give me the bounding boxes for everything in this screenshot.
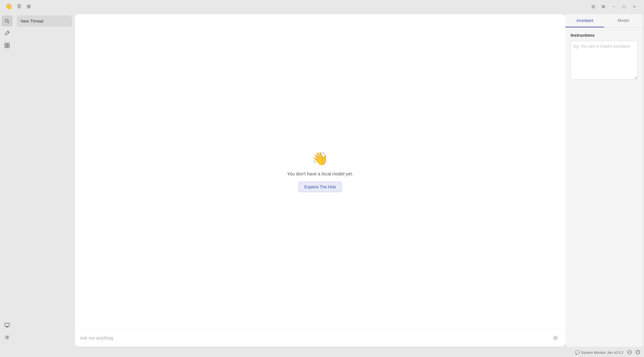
instructions-label: Instructions [571, 33, 638, 38]
thread-sidebar: New Thread [14, 13, 75, 348]
settings-button[interactable]: ⚙ [599, 2, 608, 11]
app-icon: 👋 [5, 3, 12, 10]
svg-point-13 [628, 352, 629, 352]
new-thread-item[interactable]: New Thread [17, 15, 72, 27]
tab-model[interactable]: Model [604, 14, 643, 27]
chat-input[interactable] [80, 335, 548, 341]
empty-state-icon: 👋 [312, 151, 328, 166]
empty-state-text: You don't have a local model yet. [287, 171, 353, 176]
svg-point-10 [6, 337, 8, 338]
svg-rect-4 [7, 43, 9, 45]
chat-input-bar [75, 329, 565, 347]
svg-rect-3 [5, 43, 7, 45]
chat-settings-button[interactable] [551, 333, 560, 343]
panel-toggle-button[interactable]: ⊟ [589, 2, 598, 11]
grid-icon [5, 43, 10, 48]
right-panel-body: Instructions [565, 28, 643, 347]
svg-rect-5 [5, 46, 7, 48]
instructions-textarea[interactable] [571, 41, 638, 80]
github-icon [636, 350, 640, 355]
settings-sidebar-button[interactable] [2, 332, 13, 343]
titlebar-right: ⊟ ⚙ − □ × [589, 2, 639, 11]
discord-icon [627, 350, 632, 355]
svg-point-14 [630, 352, 630, 352]
monitor-label: System Monitor [581, 351, 606, 354]
right-panel-tabs: Assistant Model [565, 14, 643, 28]
app-body: New Thread 👋 You don't have a local mode… [0, 13, 644, 348]
menu-button[interactable]: ☰ [16, 4, 22, 9]
close-button[interactable]: × [630, 2, 639, 11]
icon-sidebar-bottom [2, 320, 13, 345]
svg-point-11 [554, 337, 556, 339]
statusbar: 💬 System Monitor Jan v0.5.2 [0, 348, 644, 357]
search-icon [5, 18, 10, 23]
version-label: Jan v0.5.2 [607, 351, 623, 354]
titlebar-left: 👋 ☰ ⊞ [5, 3, 32, 10]
main-content: 👋 You don't have a local model yet. Expl… [75, 14, 565, 347]
search-sidebar-button[interactable] [2, 15, 13, 26]
titlebar: 👋 ☰ ⊞ ⊟ ⚙ − □ × [0, 0, 644, 13]
tab-assistant[interactable]: Assistant [565, 14, 604, 27]
grid-sidebar-button[interactable] [2, 40, 13, 51]
discord-item[interactable] [627, 350, 632, 355]
svg-point-12 [628, 350, 631, 354]
gear-icon [5, 335, 10, 340]
monitor-status-icon: 💬 [575, 350, 580, 355]
svg-rect-6 [7, 46, 9, 48]
right-panel: Assistant Model Instructions [565, 14, 643, 347]
explore-hub-button[interactable]: Explore The Hub [298, 182, 342, 192]
system-monitor-item: 💬 System Monitor Jan v0.5.2 [575, 350, 623, 355]
svg-rect-7 [5, 323, 9, 326]
compose-icon [5, 31, 10, 36]
svg-line-1 [8, 22, 9, 23]
monitor-sidebar-button[interactable] [2, 320, 13, 331]
icon-sidebar [0, 13, 14, 348]
github-item[interactable] [636, 350, 640, 355]
settings-icon [553, 335, 558, 341]
minimize-button[interactable]: − [609, 2, 618, 11]
svg-line-2 [7, 32, 9, 33]
svg-point-15 [636, 350, 640, 354]
chat-area: 👋 You don't have a local model yet. Expl… [75, 14, 565, 329]
monitor-icon [5, 323, 10, 328]
maximize-button[interactable]: □ [620, 2, 629, 11]
layout-button[interactable]: ⊞ [26, 4, 32, 9]
compose-sidebar-button[interactable] [2, 28, 13, 39]
